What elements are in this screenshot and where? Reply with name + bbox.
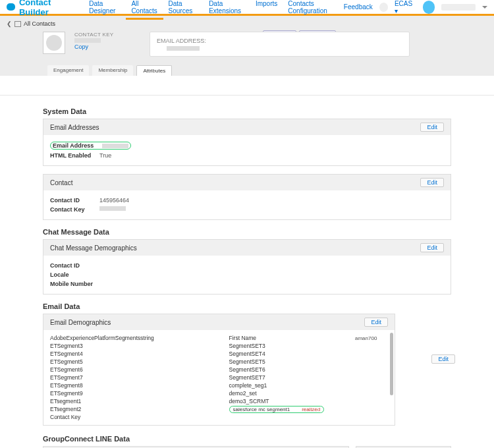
tab-imports[interactable]: Imports xyxy=(250,0,283,20)
panel-title: Email Demographics xyxy=(50,319,111,326)
edit-button[interactable]: Edit xyxy=(420,243,444,252)
subtab-membership[interactable]: Membership xyxy=(92,65,133,76)
attr-contact-id-value: 145956464 xyxy=(99,197,129,204)
user-menu-caret-icon[interactable] xyxy=(482,6,487,9)
email-address-card: EMAIL ADDRESS: xyxy=(150,32,410,57)
email-address-label: EMAIL ADDRESS: xyxy=(157,38,402,44)
contact-meta: CONTACT KEY Copy xyxy=(74,32,134,50)
app-title: Contact Builder xyxy=(19,0,70,17)
section-email-data: Email Data xyxy=(43,302,451,310)
panel-title: Chat Message Demographics xyxy=(50,244,137,252)
section-system-data: System Data xyxy=(43,107,451,115)
contact-avatar xyxy=(43,32,65,54)
contact-key-label: CONTACT KEY xyxy=(74,32,134,38)
edit-button[interactable]: Edit xyxy=(420,123,444,132)
panel-contact: Contact Edit Contact ID 145956464 Contac… xyxy=(43,174,451,220)
contact-key-value xyxy=(74,38,101,43)
cloud-icon xyxy=(7,3,15,11)
attr-html-enabled-value: True xyxy=(99,152,111,159)
contact-header-area: ❮ All Contacts CONTACT KEY Copy Email Mo… xyxy=(0,16,494,76)
segment-value: realized xyxy=(302,406,320,412)
attr-locale: Locale xyxy=(50,271,99,278)
tab-all-contacts[interactable]: All Contacts xyxy=(126,0,163,20)
content: System Data Email Addresses Edit Email A… xyxy=(0,96,494,448)
panel-email-addresses: Email Addresses Edit Email Address HTML … xyxy=(43,119,451,166)
panel-chat-demographics: Chat Message Demographics Edit Contact I… xyxy=(43,239,451,294)
attr-contact-id-label: Contact ID xyxy=(50,197,99,204)
copy-link[interactable]: Copy xyxy=(74,43,134,50)
demographics-left-col: AdobeExperiencePlatformSegmentsstring ET… xyxy=(50,334,209,421)
edit-button[interactable]: Edit xyxy=(420,178,444,187)
org-switcher[interactable]: ECAS ▾ xyxy=(395,0,416,14)
panel-email-demographics: Email Demographics Edit AdobeExperienceP… xyxy=(43,314,395,426)
attr-contact-key-label: Contact Key xyxy=(50,206,99,213)
tab-data-extensions[interactable]: Data Extensions xyxy=(204,0,250,20)
attr-contact-id: Contact ID xyxy=(50,262,99,269)
subtab-attributes[interactable]: Attributes xyxy=(136,65,172,76)
panel-title: Contact xyxy=(50,179,72,186)
attr-html-enabled-label: HTML Enabled xyxy=(50,152,99,159)
nav-tabs: Data Designer All Contacts Data Sources … xyxy=(84,0,344,18)
demographics-right-col: First Nameaman700 SegmentSET3 SegmentSET… xyxy=(229,334,389,421)
panel-title: Email Addresses xyxy=(50,124,99,131)
person-icon xyxy=(46,35,62,51)
top-nav: Contact Builder Data Designer All Contac… xyxy=(0,0,494,16)
attr-contact-key-value xyxy=(99,206,126,211)
edit-button[interactable]: Edit xyxy=(364,318,388,327)
edit-button[interactable]: Edit xyxy=(431,354,455,364)
breadcrumb-back-icon[interactable]: ❮ xyxy=(7,20,12,27)
user-name xyxy=(441,4,476,11)
first-name-value: aman700 xyxy=(355,335,388,341)
breadcrumb: ❮ All Contacts xyxy=(7,19,487,28)
attr-email-address-label: Email Address xyxy=(53,142,102,149)
section-chat-data: Chat Message Data xyxy=(43,228,451,236)
spacer xyxy=(0,76,494,96)
breadcrumb-label[interactable]: All Contacts xyxy=(24,20,55,27)
section-line-data: GroupConnect LINE Data xyxy=(43,435,451,443)
attr-mobile-number: Mobile Number xyxy=(50,281,99,287)
grid-icon xyxy=(14,21,21,27)
sub-tabs: Engagement Membership Attributes xyxy=(7,62,487,76)
email-address-value xyxy=(167,46,200,51)
demographics-side: Edit xyxy=(402,314,451,426)
segment-highlight: salesforce mc segment1 realized xyxy=(229,406,325,413)
user-avatar-icon[interactable] xyxy=(423,1,435,14)
tab-contacts-config[interactable]: Contacts Configuration xyxy=(283,0,344,20)
tab-data-designer[interactable]: Data Designer xyxy=(84,0,126,20)
feedback-link[interactable]: Feedback xyxy=(344,3,373,11)
email-address-highlight: Email Address xyxy=(50,142,131,150)
help-icon[interactable] xyxy=(379,3,388,12)
topbar-right: Feedback ECAS ▾ xyxy=(344,0,487,14)
scrollbar[interactable] xyxy=(390,333,393,395)
brand: Contact Builder xyxy=(7,0,70,17)
attr-email-address-value xyxy=(102,144,128,148)
tab-data-sources[interactable]: Data Sources xyxy=(163,0,204,20)
subtab-engagement[interactable]: Engagement xyxy=(47,65,89,76)
